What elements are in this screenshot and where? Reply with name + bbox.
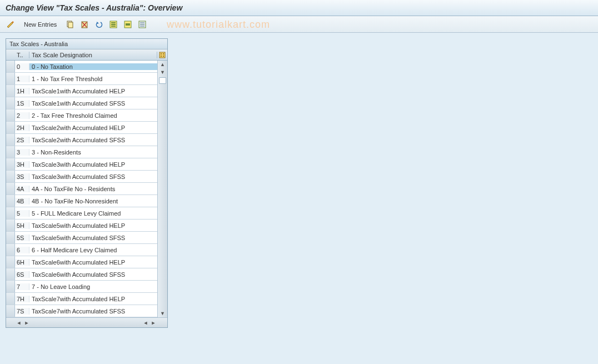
- table-row[interactable]: 00 - No Taxation: [6, 61, 157, 73]
- svg-rect-12: [140, 22, 144, 23]
- row-selector[interactable]: [6, 171, 15, 182]
- row-selector[interactable]: [6, 195, 15, 207]
- row-selector[interactable]: [6, 134, 15, 146]
- table-row[interactable]: 11 - No Tax Free Threshold: [6, 73, 157, 85]
- row-designation: TaxScale7with Accumulated HELP: [29, 296, 157, 302]
- row-selector[interactable]: [6, 256, 15, 268]
- table-row[interactable]: 5HTaxScale5with Accumulated HELP: [6, 220, 157, 232]
- page-title: Change View "Tax Scales - Australia": Ov…: [0, 0, 598, 16]
- table-row[interactable]: 7HTaxScale7with Accumulated HELP: [6, 293, 157, 305]
- row-selector[interactable]: [6, 244, 15, 256]
- row-selector[interactable]: [6, 158, 15, 170]
- row-designation: 0 - No Taxation: [29, 63, 157, 70]
- undo-change-icon[interactable]: [93, 19, 105, 30]
- table-row[interactable]: 5STaxScale5with Accumulated SFSS: [6, 232, 157, 244]
- scroll-thumb[interactable]: [159, 77, 166, 84]
- row-selector[interactable]: [6, 97, 15, 109]
- row-selector[interactable]: [6, 122, 15, 133]
- column-header-code[interactable]: T..: [15, 52, 29, 58]
- row-selector[interactable]: [6, 183, 15, 195]
- copy-as-icon[interactable]: [64, 19, 76, 30]
- table-row[interactable]: 3STaxScale3with Accumulated SFSS: [6, 171, 157, 183]
- row-designation: 3 - Non-Residents: [29, 149, 157, 156]
- table-row[interactable]: 4B4B - No TaxFile No-Nonresident: [6, 195, 157, 207]
- row-code: 2: [15, 112, 29, 119]
- scroll-down-icon[interactable]: ▼: [158, 68, 167, 76]
- row-designation: 6 - Half Medicare Levy Claimed: [29, 247, 157, 253]
- scroll-bottom-icon[interactable]: ▼: [158, 310, 167, 317]
- row-designation: 2 - Tax Free Threshold Claimed: [29, 112, 157, 119]
- row-code: 7: [15, 283, 29, 290]
- table-row[interactable]: 77 - No Leave Loading: [6, 281, 157, 293]
- svg-rect-19: [163, 56, 164, 57]
- application-toolbar: New Entries www.tutorialkart.com: [0, 16, 598, 33]
- svg-rect-18: [161, 56, 162, 57]
- row-designation: TaxScale5with Accumulated HELP: [29, 222, 157, 229]
- column-header-designation[interactable]: Tax Scale Designation: [29, 52, 157, 58]
- content-area: Tax Scales - Australia T.. Tax Scale Des…: [0, 33, 598, 363]
- table-row[interactable]: 2STaxScale2with Accumulated SFSS: [6, 134, 157, 146]
- column-headers: T.. Tax Scale Designation: [6, 49, 167, 61]
- row-selector[interactable]: [6, 268, 15, 280]
- row-selector[interactable]: [6, 207, 15, 219]
- row-designation: TaxScale3with Accumulated HELP: [29, 161, 157, 168]
- row-code: 5S: [15, 235, 29, 241]
- horizontal-scrollbar[interactable]: ◄ ► ◄ ►: [6, 317, 167, 327]
- deselect-all-icon[interactable]: [136, 19, 148, 30]
- row-code: 1: [15, 76, 29, 82]
- table-row[interactable]: 22 - Tax Free Threshold Claimed: [6, 109, 157, 122]
- row-designation: TaxScale1with Accumulated SFSS: [29, 100, 157, 107]
- select-all-icon[interactable]: [107, 19, 119, 30]
- row-designation: 4A - No TaxFile No - Residents: [29, 186, 157, 192]
- svg-rect-13: [140, 24, 144, 25]
- row-selector[interactable]: [6, 73, 15, 84]
- table-row[interactable]: 66 - Half Medicare Levy Claimed: [6, 244, 157, 256]
- row-code: 4A: [15, 186, 29, 192]
- table-row[interactable]: 6STaxScale6with Accumulated SFSS: [6, 268, 157, 281]
- table-row[interactable]: 4A4A - No TaxFile No - Residents: [6, 183, 157, 195]
- row-designation: TaxScale3with Accumulated SFSS: [29, 173, 157, 180]
- svg-rect-15: [160, 52, 165, 58]
- new-entries-button[interactable]: New Entries: [19, 19, 62, 30]
- row-designation: TaxScale2with Accumulated HELP: [29, 124, 157, 131]
- row-selector[interactable]: [6, 61, 15, 72]
- scroll-left-icon[interactable]: ◄: [15, 320, 23, 326]
- row-selector[interactable]: [6, 281, 15, 292]
- scroll-up-icon[interactable]: ▲: [158, 61, 167, 68]
- table-row[interactable]: 1STaxScale1with Accumulated SFSS: [6, 97, 157, 109]
- row-code: 2H: [15, 124, 29, 131]
- svg-rect-10: [126, 23, 130, 26]
- row-selector[interactable]: [6, 146, 15, 158]
- row-selector[interactable]: [6, 109, 15, 121]
- row-designation: TaxScale1with Accumulated HELP: [29, 88, 157, 94]
- table-row[interactable]: 6HTaxScale6with Accumulated HELP: [6, 256, 157, 268]
- svg-rect-16: [161, 53, 162, 54]
- row-selector[interactable]: [6, 220, 15, 231]
- toggle-change-icon[interactable]: [4, 19, 17, 30]
- table-row[interactable]: 33 - Non-Residents: [6, 146, 157, 158]
- row-code: 7S: [15, 308, 29, 315]
- row-designation: TaxScale2with Accumulated SFSS: [29, 137, 157, 143]
- svg-rect-6: [111, 22, 116, 23]
- delete-icon[interactable]: [78, 19, 91, 30]
- table-row[interactable]: 3HTaxScale3with Accumulated HELP: [6, 158, 157, 171]
- table-row[interactable]: 55 - FULL Medicare Levy Claimed: [6, 207, 157, 220]
- row-selector[interactable]: [6, 85, 15, 97]
- scroll-right-icon[interactable]: ►: [150, 320, 157, 326]
- table-row[interactable]: 7STaxScale7with Accumulated SFSS: [6, 305, 157, 317]
- row-code: 1H: [15, 88, 29, 94]
- vertical-scrollbar[interactable]: ▲ ▼ ▼: [157, 61, 167, 317]
- table-row[interactable]: 2HTaxScale2with Accumulated HELP: [6, 122, 157, 134]
- row-selector[interactable]: [6, 232, 15, 243]
- scroll-leftstep-icon[interactable]: ►: [23, 320, 31, 326]
- row-designation: TaxScale6with Accumulated HELP: [29, 259, 157, 266]
- row-designation: 7 - No Leave Loading: [29, 283, 157, 290]
- scroll-rightstep-icon[interactable]: ◄: [142, 320, 150, 326]
- svg-rect-7: [111, 24, 116, 25]
- svg-rect-1: [68, 22, 73, 28]
- table-settings-icon[interactable]: [157, 52, 167, 58]
- select-block-icon[interactable]: [122, 19, 134, 30]
- table-row[interactable]: 1HTaxScale1with Accumulated HELP: [6, 85, 157, 97]
- row-selector[interactable]: [6, 293, 15, 305]
- row-selector[interactable]: [6, 305, 15, 317]
